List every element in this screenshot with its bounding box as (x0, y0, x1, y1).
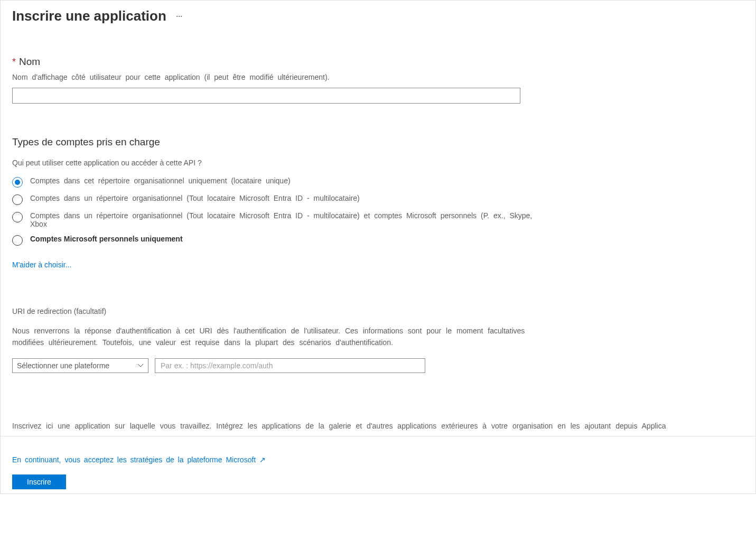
radio-label: Comptes dans un répertoire organisationn… (30, 194, 360, 202)
redirect-uri-input[interactable] (155, 358, 425, 373)
name-hint: Nom d'affichage côté utilisateur pour ce… (12, 73, 744, 81)
gallery-note: Inscrivez ici une application sur laquel… (12, 422, 744, 430)
platform-select-placeholder: Sélectionner une plateforme (17, 361, 109, 370)
radio-label: Comptes dans un répertoire organisationn… (30, 211, 548, 228)
radio-icon[interactable] (12, 212, 23, 222)
page-header: Inscrire une application ··· (1, 1, 755, 29)
more-icon[interactable]: ··· (176, 11, 182, 22)
name-label-row: * Nom (12, 56, 744, 68)
register-button[interactable]: Inscrire (12, 474, 66, 489)
redirect-uri-description: Nous renverrons la réponse d'authentific… (12, 325, 540, 349)
footer: En continuant, vous acceptez les stratég… (1, 436, 755, 494)
name-label: Nom (19, 56, 40, 68)
platform-policies-link[interactable]: En continuant, vous acceptez les stratég… (12, 455, 266, 464)
radio-icon[interactable] (12, 194, 23, 205)
redirect-uri-title: URI de redirection (facultatif) (12, 307, 744, 315)
chevron-down-icon (137, 362, 144, 369)
page-title: Inscrire une application (12, 8, 166, 24)
account-type-option-multi-tenant[interactable]: Comptes dans un répertoire organisationn… (12, 194, 744, 205)
account-types-section: Types de comptes pris en charge Qui peut… (12, 136, 744, 269)
name-input[interactable] (12, 88, 520, 104)
required-indicator: * (12, 57, 16, 68)
radio-icon[interactable] (12, 235, 23, 246)
redirect-uri-section: URI de redirection (facultatif) Nous ren… (12, 307, 744, 373)
radio-label: Comptes Microsoft personnels uniquement (30, 235, 183, 243)
help-me-choose-link[interactable]: M'aider à choisir... (12, 260, 71, 269)
account-types-subtitle: Qui peut utiliser cette application ou a… (12, 159, 744, 167)
account-types-title: Types de comptes pris en charge (12, 136, 744, 148)
account-types-radio-group: Comptes dans cet répertoire organisation… (12, 176, 744, 246)
platform-select[interactable]: Sélectionner une plateforme (12, 358, 148, 373)
account-type-option-multi-tenant-personal[interactable]: Comptes dans un répertoire organisationn… (12, 211, 744, 228)
radio-label: Comptes dans cet répertoire organisation… (30, 176, 291, 185)
account-type-option-personal-only[interactable]: Comptes Microsoft personnels uniquement (12, 235, 744, 246)
radio-icon[interactable] (12, 177, 23, 188)
account-type-option-single-tenant[interactable]: Comptes dans cet répertoire organisation… (12, 176, 744, 188)
